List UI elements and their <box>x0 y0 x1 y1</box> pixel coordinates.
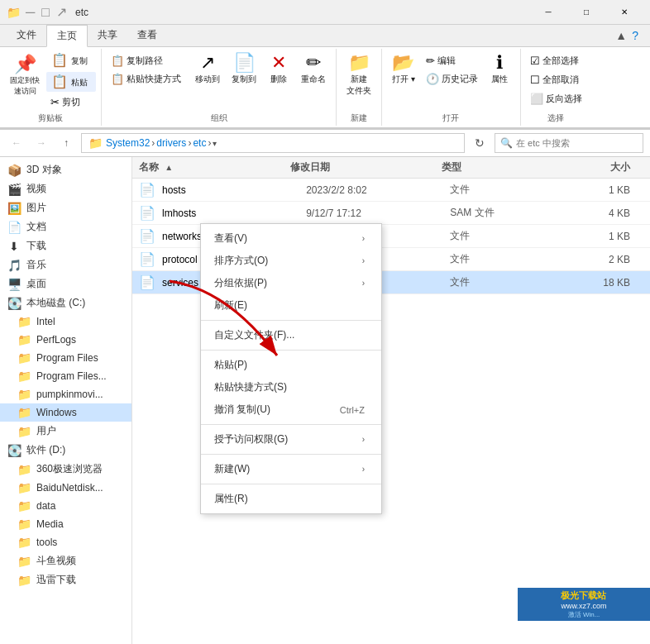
col-type-header[interactable]: 类型 <box>442 160 555 174</box>
sidebar-item-media[interactable]: 📁 Media <box>0 515 131 533</box>
folder-icon: 📁 <box>17 315 31 328</box>
ctx-item-new[interactable]: 新建(W) › <box>201 458 381 480</box>
maximize-button[interactable]: □ <box>567 0 605 25</box>
paste-shortcut-button[interactable]: 📋 粘贴快捷方式 <box>107 70 185 88</box>
sidebar-item-programfiles[interactable]: 📁 Program Files <box>0 349 131 367</box>
pin-to-quickaccess-button[interactable]: 📌 固定到快速访问 <box>5 50 45 111</box>
sidebar-label: 音乐 <box>26 258 46 272</box>
move-to-button[interactable]: ↗ 移动到 <box>190 50 225 88</box>
clipboard-group-title: 剪贴板 <box>5 111 96 124</box>
file-icon-services: 📄 <box>139 274 155 290</box>
up-button[interactable]: ↑ <box>56 133 76 153</box>
tab-share[interactable]: 共享 <box>88 25 127 46</box>
sidebar-label: 本地磁盘 (C:) <box>26 296 85 310</box>
breadcrumb-etc[interactable]: etc <box>193 137 206 149</box>
file-name-lmhosts: lmhosts <box>162 208 306 219</box>
sidebar-item-music[interactable]: 🎵 音乐 <box>0 255 131 274</box>
open-button[interactable]: 📂 打开 ▾ <box>387 50 420 88</box>
ribbon-group-select: ☑ 全部选择 ☐ 全部取消 ⬜ 反向选择 选择 <box>521 49 591 126</box>
sidebar-label: Media <box>36 518 64 530</box>
breadcrumb-drivers[interactable]: drivers <box>156 137 186 149</box>
refresh-button[interactable]: ↻ <box>470 133 490 153</box>
file-date-lmhosts: 9/12/7 17:12 <box>306 208 450 219</box>
col-size-header[interactable]: 大小 <box>555 160 643 174</box>
address-path[interactable]: 📁 System32 › drivers › etc › ▾ <box>81 133 465 153</box>
sidebar-item-downloads[interactable]: ⬇ 下载 <box>0 236 131 255</box>
ctx-item-customize-folder[interactable]: 自定义文件夹(F)... <box>201 324 381 346</box>
col-date-header[interactable]: 修改日期 <box>290 160 442 174</box>
ribbon-collapse-icon[interactable]: ▲ <box>615 29 627 42</box>
copy-to-button[interactable]: 📄 复制到 <box>227 50 261 88</box>
sidebar-item-tools[interactable]: 📁 tools <box>0 533 131 551</box>
delete-button[interactable]: ✕ 删除 <box>263 50 294 88</box>
sidebar-item-desktop[interactable]: 🖥️ 桌面 <box>0 274 131 293</box>
ctx-item-paste-shortcut[interactable]: 粘贴快捷方式(S) <box>201 376 381 398</box>
ctx-item-sort[interactable]: 排序方式(O) › <box>201 250 381 272</box>
col-name-header[interactable]: 名称 ▲ <box>139 160 290 174</box>
search-input[interactable] <box>516 138 638 148</box>
ctx-item-grant-access[interactable]: 授予访问权限(G) › <box>201 428 381 451</box>
sidebar-item-3dobjects[interactable]: 📦 3D 对象 <box>0 160 131 179</box>
breadcrumb-system32[interactable]: System32 <box>106 137 150 149</box>
sidebar-item-xunlei[interactable]: 📁 迅雷下载 <box>0 570 131 589</box>
sidebar-item-windows[interactable]: 📁 Windows <box>0 403 131 422</box>
sidebar-item-intel[interactable]: 📁 Intel <box>0 312 131 331</box>
ctx-item-view[interactable]: 查看(V) › <box>201 227 381 250</box>
cdrive-icon: 💽 <box>7 297 22 310</box>
sidebar-item-360[interactable]: 📁 360极速浏览器 <box>0 460 131 479</box>
search-icon: 🔍 <box>500 137 513 149</box>
file-date-hosts: 2023/2/2 8:02 <box>306 184 450 196</box>
sidebar-item-users[interactable]: 📁 用户 <box>0 422 131 441</box>
edit-button[interactable]: ✏ 编辑 <box>422 52 482 69</box>
ctx-item-refresh[interactable]: 刷新(E) <box>201 294 381 317</box>
tab-view[interactable]: 查看 <box>127 25 167 46</box>
ctx-item-properties[interactable]: 属性(R) <box>201 488 381 510</box>
tab-home[interactable]: 主页 <box>46 25 88 47</box>
sidebar-item-documents[interactable]: 📄 文档 <box>0 217 131 236</box>
sidebar-item-data[interactable]: 📁 data <box>0 497 131 515</box>
ctx-item-paste[interactable]: 粘贴(P) <box>201 354 381 376</box>
paste-button[interactable]: 📋 粘贴 <box>46 72 96 92</box>
watermark: 极光下载站 www.xz7.com 激活 Win... <box>518 588 650 621</box>
ctx-item-undo[interactable]: 撤消 复制(U) Ctrl+Z <box>201 398 381 421</box>
copy-button[interactable]: 📋 复制 <box>46 50 96 70</box>
sidebar-item-cdrive[interactable]: 💽 本地磁盘 (C:) <box>0 293 131 312</box>
sidebar-item-baidu[interactable]: 📁 BaiduNetdisk... <box>0 479 131 497</box>
dropdown-arrow[interactable]: ▾ <box>213 139 217 148</box>
history-button[interactable]: 🕐 历史记录 <box>422 70 482 88</box>
video-icon: 🎬 <box>7 183 22 196</box>
sidebar-label: 下载 <box>26 239 46 253</box>
new-folder-button[interactable]: 📁 新建文件夹 <box>342 50 376 100</box>
folder-icon: 📁 <box>17 388 31 401</box>
music-icon: 🎵 <box>7 259 22 272</box>
file-item-lmhosts[interactable]: 📄 lmhosts 9/12/7 17:12 SAM 文件 4 KB <box>132 202 650 225</box>
properties-button[interactable]: ℹ 属性 <box>484 50 515 88</box>
sidebar-item-programfiles2[interactable]: 📁 Program Files... <box>0 367 131 385</box>
forward-button[interactable]: → <box>31 133 51 153</box>
ribbon-group-new: 📁 新建文件夹 新建 <box>337 49 382 126</box>
file-item-hosts[interactable]: 📄 hosts 2023/2/2 8:02 文件 1 KB <box>132 179 650 202</box>
ctx-separator <box>201 484 381 484</box>
sidebar-item-pictures[interactable]: 🖼️ 图片 <box>0 198 131 217</box>
select-all-button[interactable]: ☑ 全部选择 <box>526 52 586 69</box>
close-button[interactable]: ✕ <box>605 0 643 25</box>
file-type-hosts: 文件 <box>450 183 558 197</box>
sidebar-item-perflogs[interactable]: 📁 PerfLogs <box>0 331 131 349</box>
back-button[interactable]: ← <box>7 133 26 153</box>
sidebar-item-douyu[interactable]: 📁 斗鱼视频 <box>0 551 131 570</box>
help-icon[interactable]: ? <box>632 29 638 42</box>
tab-file[interactable]: 文件 <box>7 25 46 46</box>
rename-button[interactable]: ✏ 重命名 <box>296 50 331 88</box>
deselect-all-button[interactable]: ☐ 全部取消 <box>526 71 586 88</box>
invert-selection-button[interactable]: ⬜ 反向选择 <box>526 90 586 107</box>
sidebar-label: 桌面 <box>26 277 46 291</box>
sidebar-item-video[interactable]: 🎬 视频 <box>0 179 131 198</box>
sidebar-item-pumpkin[interactable]: 📁 pumpkinmovi... <box>0 385 131 403</box>
copy-path-button[interactable]: 📋 复制路径 <box>107 52 185 69</box>
ctx-item-group[interactable]: 分组依据(P) › <box>201 272 381 294</box>
cut-button[interactable]: ✂ 剪切 <box>46 93 96 111</box>
sidebar-label: tools <box>36 537 57 548</box>
context-menu: 查看(V) › 排序方式(O) › 分组依据(P) › 刷新(E) 自定义文件夹… <box>200 223 382 514</box>
minimize-button[interactable]: ─ <box>529 0 567 25</box>
sidebar-item-ddrive[interactable]: 💽 软件 (D:) <box>0 441 131 460</box>
